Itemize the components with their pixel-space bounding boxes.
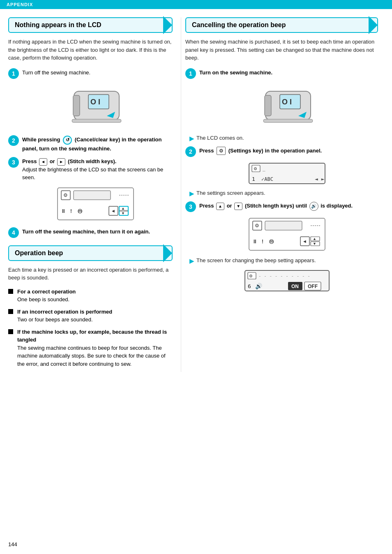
svg-text:⚙: ⚙ <box>255 223 259 229</box>
right-column: Cancelling the operation beep When the s… <box>181 17 378 372</box>
step1-label: Turn off the sewing machine. <box>22 69 90 76</box>
svg-text:⚙: ⚙ <box>254 166 257 171</box>
panel-svg-right: ⚙ II ! ⓜ ◄ ▲ ▼ <box>247 216 329 253</box>
section3-header: Cancelling the operation beep <box>185 17 378 33</box>
right-step-1: 1 Turn on the sewing machine. <box>185 68 378 79</box>
header-label: APPENDIX <box>7 2 33 7</box>
operation-beep-section: Operation beep Each time a key is presse… <box>8 245 173 368</box>
right-step1-text: Turn on the sewing machine. <box>199 68 272 77</box>
operation-beep-list: For a correct operation One beep is soun… <box>8 288 173 368</box>
svg-text:!: ! <box>262 239 263 245</box>
bullet-item-3: If the machine locks up, for example, be… <box>8 328 173 368</box>
lcd-svg-1: ⚙ _ 1 ✓ABC ◄ ► <box>247 161 329 186</box>
svg-text:!: ! <box>70 208 72 214</box>
bullet-bold-2: If an incorrect operation is performed <box>17 308 112 316</box>
section2-arrow <box>163 244 172 262</box>
left-column: Nothing appears in the LCD If nothing ap… <box>8 17 181 372</box>
right-step2-text: Press ⚙ (Settings key) in the operation … <box>199 146 322 155</box>
svg-rect-5 <box>73 95 80 116</box>
result-arrow-2: ▶ <box>189 190 194 197</box>
header-bar: APPENDIX <box>0 0 392 9</box>
bullet-text-3: If the machine locks up, for example, be… <box>17 328 173 368</box>
result-text-3: The screen for changing the beep setting… <box>196 257 316 263</box>
beep-lcd-svg: ⚙ - - - - - - - - - - 6 🔊 ON OFF <box>243 268 333 293</box>
svg-text:ON: ON <box>291 284 299 289</box>
sewing-machine-on-illustration: O I <box>198 83 378 128</box>
left-key-icon: ◄ <box>39 158 47 166</box>
panel-svg-left: ⚙ II ! ⓜ ◄ ▲ ▼ <box>55 186 138 223</box>
settings-key-icon: ⚙ <box>217 147 226 155</box>
right-step2-circle: 2 <box>185 146 196 157</box>
result-line-1: ▶ The LCD comes on. <box>189 135 378 142</box>
step1-circle: 1 <box>8 68 19 79</box>
step3-circle: 3 <box>8 157 19 168</box>
svg-rect-27 <box>249 163 325 184</box>
section1-arrow <box>163 16 172 34</box>
svg-text:ⓜ: ⓜ <box>78 209 83 214</box>
svg-text:▼: ▼ <box>121 211 125 215</box>
beep-icon: 🔊 <box>309 202 318 211</box>
svg-text:▼: ▼ <box>313 242 316 246</box>
step4-circle: 4 <box>8 227 19 238</box>
svg-text:◄: ◄ <box>111 208 115 213</box>
bullet-text-2: If an incorrect operation is performed T… <box>17 308 112 324</box>
section2-title: Operation beep <box>15 249 63 257</box>
result-arrow-1: ▶ <box>189 135 194 142</box>
down-key-icon: ▼ <box>234 203 242 210</box>
svg-text:◄: ◄ <box>302 239 307 244</box>
right-step-2: 2 Press ⚙ (Settings key) in the operatio… <box>185 146 378 157</box>
result-text-2: The settings screen appears. <box>196 190 265 196</box>
section2-header: Operation beep <box>8 245 173 261</box>
svg-text:▲: ▲ <box>121 206 125 210</box>
section3-title: Cancelling the operation beep <box>192 21 286 29</box>
right-step3-circle: 3 <box>185 201 196 212</box>
bullet-bold-1: For a correct operation <box>17 288 76 296</box>
beep-setting-display: ⚙ - - - - - - - - - - 6 🔊 ON OFF <box>198 268 378 293</box>
bullet-bold-3: If the machine locks up, for example, be… <box>17 328 173 344</box>
result-arrow-3: ▶ <box>189 258 194 264</box>
right-step3-text: Press ▲ or ▼ (Stitch length keys) until … <box>199 201 353 211</box>
cancel-key-icon: ↺ <box>63 136 72 145</box>
result-line-2: ▶ The settings screen appears. <box>189 190 378 197</box>
step2-circle: 2 <box>8 135 19 146</box>
svg-text:O I: O I <box>282 98 292 106</box>
bullet-item-2: If an incorrect operation is performed T… <box>8 308 173 324</box>
svg-rect-9 <box>74 191 111 200</box>
result-line-3: ▶ The screen for changing the beep setti… <box>189 257 378 264</box>
machine-svg-right: O I <box>257 83 319 128</box>
svg-text:- - - - - - - - - -: - - - - - - - - - - <box>258 273 310 279</box>
step1-text: Turn off the sewing machine. <box>22 68 90 77</box>
section1-title: Nothing appears in the LCD <box>15 21 101 29</box>
svg-text:II: II <box>254 239 256 245</box>
left-step-3: 3 Press ◄ or ► (Stitch width keys). Adju… <box>8 157 173 182</box>
left-step-4: 4 Turn off the sewing machine, then turn… <box>8 227 173 238</box>
left-step-1: 1 Turn off the sewing machine. <box>8 68 173 79</box>
lcd-screen-1: ⚙ _ 1 ✓ABC ◄ ► <box>198 161 378 186</box>
svg-text:🔊: 🔊 <box>255 283 263 290</box>
svg-text:ⓜ: ⓜ <box>269 239 274 244</box>
bullet-item-1: For a correct operation One beep is soun… <box>8 288 173 304</box>
svg-text:_: _ <box>263 166 265 171</box>
section1-body: If nothing appears in the LCD when the s… <box>8 38 173 62</box>
machine-svg: O I <box>66 83 127 128</box>
result-text-1: The LCD comes on. <box>196 135 244 141</box>
right-step-3: 3 Press ▲ or ▼ (Stitch length keys) unti… <box>185 201 378 212</box>
bullet-sub-1: One beep is sounded. <box>17 296 69 302</box>
up-key-icon: ▲ <box>216 203 224 210</box>
right-step1-circle: 1 <box>185 68 196 79</box>
svg-rect-37 <box>265 221 302 230</box>
section3-body: When the sewing machine is purchased, it… <box>185 38 378 62</box>
step4-text: Turn off the sewing machine, then turn i… <box>22 227 150 236</box>
svg-text:◄ ►: ◄ ► <box>315 176 325 182</box>
step3-text: Press ◄ or ► (Stitch width keys). Adjust… <box>22 157 173 182</box>
sewing-machine-off-illustration: O I <box>21 83 173 128</box>
page: APPENDIX Nothing appears in the LCD If n… <box>0 0 392 554</box>
svg-text:▲: ▲ <box>313 237 316 241</box>
svg-text:⚙: ⚙ <box>63 192 68 198</box>
page-number: 144 <box>8 541 17 547</box>
svg-text:II: II <box>62 208 65 214</box>
step2-text: While pressing ↺ (Cancel/clear key) in t… <box>22 135 173 153</box>
right-key-icon: ► <box>57 158 65 166</box>
left-step-2: 2 While pressing ↺ (Cancel/clear key) in… <box>8 135 173 153</box>
section1-header: Nothing appears in the LCD <box>8 17 173 33</box>
